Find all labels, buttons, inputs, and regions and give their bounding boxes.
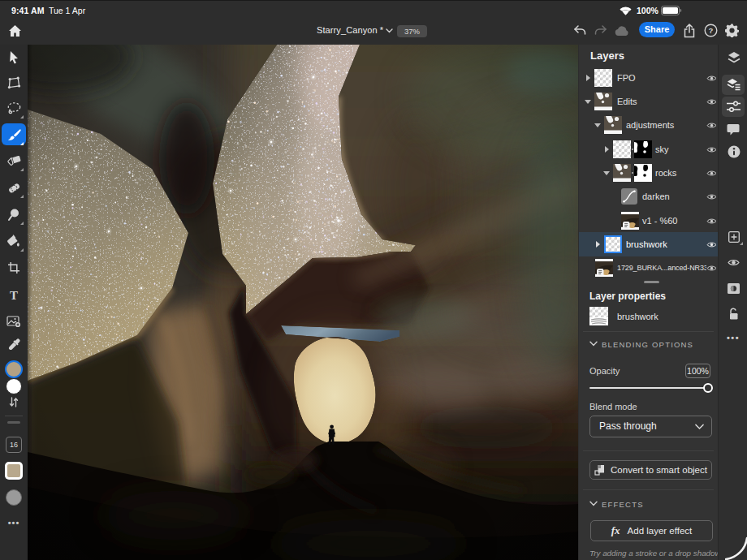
svg-text:T: T (10, 289, 18, 301)
svg-text:?: ? (709, 26, 714, 35)
